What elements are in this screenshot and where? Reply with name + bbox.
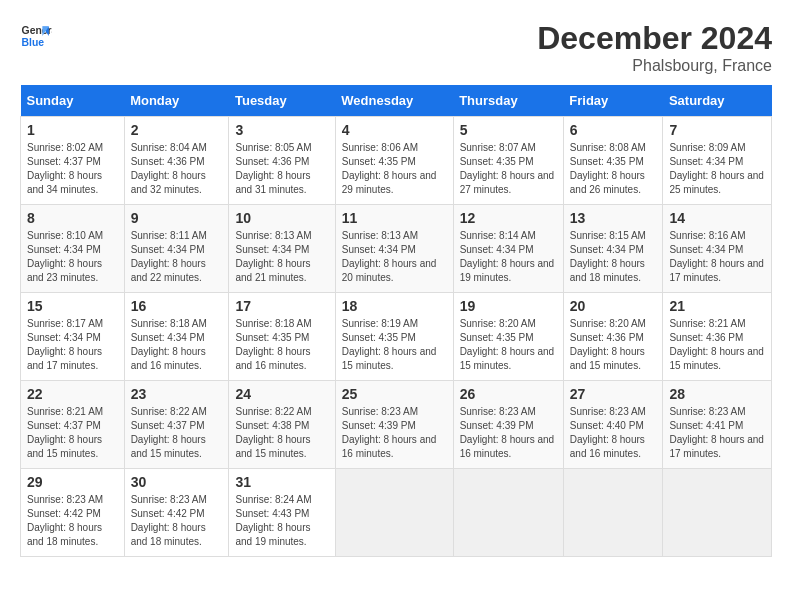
day-info: Sunrise: 8:22 AMSunset: 4:37 PMDaylight:…: [131, 405, 223, 461]
day-number: 27: [570, 386, 657, 402]
day-number: 10: [235, 210, 328, 226]
day-number: 1: [27, 122, 118, 138]
calendar-cell: 27Sunrise: 8:23 AMSunset: 4:40 PMDayligh…: [563, 381, 663, 469]
calendar-cell: 10Sunrise: 8:13 AMSunset: 4:34 PMDayligh…: [229, 205, 335, 293]
day-info: Sunrise: 8:23 AMSunset: 4:40 PMDaylight:…: [570, 405, 657, 461]
weekday-header-sunday: Sunday: [21, 85, 125, 117]
day-number: 12: [460, 210, 557, 226]
day-number: 18: [342, 298, 447, 314]
logo: General Blue: [20, 20, 52, 52]
weekday-header-monday: Monday: [124, 85, 229, 117]
day-number: 14: [669, 210, 765, 226]
day-number: 3: [235, 122, 328, 138]
day-number: 29: [27, 474, 118, 490]
day-info: Sunrise: 8:23 AMSunset: 4:39 PMDaylight:…: [460, 405, 557, 461]
calendar-cell: 31Sunrise: 8:24 AMSunset: 4:43 PMDayligh…: [229, 469, 335, 557]
day-number: 28: [669, 386, 765, 402]
calendar-table: SundayMondayTuesdayWednesdayThursdayFrid…: [20, 85, 772, 557]
weekday-header-row: SundayMondayTuesdayWednesdayThursdayFrid…: [21, 85, 772, 117]
calendar-cell: 7Sunrise: 8:09 AMSunset: 4:34 PMDaylight…: [663, 117, 772, 205]
day-info: Sunrise: 8:23 AMSunset: 4:42 PMDaylight:…: [131, 493, 223, 549]
calendar-cell: 6Sunrise: 8:08 AMSunset: 4:35 PMDaylight…: [563, 117, 663, 205]
calendar-cell: 28Sunrise: 8:23 AMSunset: 4:41 PMDayligh…: [663, 381, 772, 469]
day-info: Sunrise: 8:21 AMSunset: 4:36 PMDaylight:…: [669, 317, 765, 373]
day-info: Sunrise: 8:20 AMSunset: 4:36 PMDaylight:…: [570, 317, 657, 373]
day-info: Sunrise: 8:22 AMSunset: 4:38 PMDaylight:…: [235, 405, 328, 461]
week-row-1: 1Sunrise: 8:02 AMSunset: 4:37 PMDaylight…: [21, 117, 772, 205]
calendar-cell: 9Sunrise: 8:11 AMSunset: 4:34 PMDaylight…: [124, 205, 229, 293]
calendar-cell: 18Sunrise: 8:19 AMSunset: 4:35 PMDayligh…: [335, 293, 453, 381]
day-number: 8: [27, 210, 118, 226]
day-number: 6: [570, 122, 657, 138]
day-number: 25: [342, 386, 447, 402]
day-number: 13: [570, 210, 657, 226]
calendar-cell: 1Sunrise: 8:02 AMSunset: 4:37 PMDaylight…: [21, 117, 125, 205]
day-number: 7: [669, 122, 765, 138]
calendar-cell: 4Sunrise: 8:06 AMSunset: 4:35 PMDaylight…: [335, 117, 453, 205]
calendar-cell: 29Sunrise: 8:23 AMSunset: 4:42 PMDayligh…: [21, 469, 125, 557]
day-number: 4: [342, 122, 447, 138]
calendar-cell: [335, 469, 453, 557]
calendar-cell: 21Sunrise: 8:21 AMSunset: 4:36 PMDayligh…: [663, 293, 772, 381]
day-number: 11: [342, 210, 447, 226]
day-info: Sunrise: 8:18 AMSunset: 4:35 PMDaylight:…: [235, 317, 328, 373]
day-info: Sunrise: 8:07 AMSunset: 4:35 PMDaylight:…: [460, 141, 557, 197]
calendar-cell: 24Sunrise: 8:22 AMSunset: 4:38 PMDayligh…: [229, 381, 335, 469]
day-number: 22: [27, 386, 118, 402]
day-info: Sunrise: 8:06 AMSunset: 4:35 PMDaylight:…: [342, 141, 447, 197]
logo-icon: General Blue: [20, 20, 52, 52]
weekday-header-friday: Friday: [563, 85, 663, 117]
day-info: Sunrise: 8:02 AMSunset: 4:37 PMDaylight:…: [27, 141, 118, 197]
day-number: 5: [460, 122, 557, 138]
page-header: General Blue December 2024 Phalsbourg, F…: [20, 20, 772, 75]
calendar-cell: 26Sunrise: 8:23 AMSunset: 4:39 PMDayligh…: [453, 381, 563, 469]
day-info: Sunrise: 8:24 AMSunset: 4:43 PMDaylight:…: [235, 493, 328, 549]
day-info: Sunrise: 8:18 AMSunset: 4:34 PMDaylight:…: [131, 317, 223, 373]
week-row-5: 29Sunrise: 8:23 AMSunset: 4:42 PMDayligh…: [21, 469, 772, 557]
calendar-cell: 15Sunrise: 8:17 AMSunset: 4:34 PMDayligh…: [21, 293, 125, 381]
calendar-cell: 16Sunrise: 8:18 AMSunset: 4:34 PMDayligh…: [124, 293, 229, 381]
calendar-cell: 20Sunrise: 8:20 AMSunset: 4:36 PMDayligh…: [563, 293, 663, 381]
day-number: 20: [570, 298, 657, 314]
week-row-4: 22Sunrise: 8:21 AMSunset: 4:37 PMDayligh…: [21, 381, 772, 469]
day-info: Sunrise: 8:14 AMSunset: 4:34 PMDaylight:…: [460, 229, 557, 285]
day-info: Sunrise: 8:19 AMSunset: 4:35 PMDaylight:…: [342, 317, 447, 373]
day-info: Sunrise: 8:11 AMSunset: 4:34 PMDaylight:…: [131, 229, 223, 285]
day-number: 15: [27, 298, 118, 314]
day-number: 30: [131, 474, 223, 490]
calendar-cell: 30Sunrise: 8:23 AMSunset: 4:42 PMDayligh…: [124, 469, 229, 557]
day-info: Sunrise: 8:13 AMSunset: 4:34 PMDaylight:…: [235, 229, 328, 285]
day-number: 31: [235, 474, 328, 490]
weekday-header-wednesday: Wednesday: [335, 85, 453, 117]
calendar-cell: 8Sunrise: 8:10 AMSunset: 4:34 PMDaylight…: [21, 205, 125, 293]
title-section: December 2024 Phalsbourg, France: [537, 20, 772, 75]
day-info: Sunrise: 8:23 AMSunset: 4:41 PMDaylight:…: [669, 405, 765, 461]
day-number: 21: [669, 298, 765, 314]
day-number: 23: [131, 386, 223, 402]
calendar-cell: 17Sunrise: 8:18 AMSunset: 4:35 PMDayligh…: [229, 293, 335, 381]
calendar-cell: 5Sunrise: 8:07 AMSunset: 4:35 PMDaylight…: [453, 117, 563, 205]
calendar-cell: 25Sunrise: 8:23 AMSunset: 4:39 PMDayligh…: [335, 381, 453, 469]
day-number: 9: [131, 210, 223, 226]
calendar-cell: 22Sunrise: 8:21 AMSunset: 4:37 PMDayligh…: [21, 381, 125, 469]
calendar-cell: 13Sunrise: 8:15 AMSunset: 4:34 PMDayligh…: [563, 205, 663, 293]
weekday-header-thursday: Thursday: [453, 85, 563, 117]
day-info: Sunrise: 8:23 AMSunset: 4:39 PMDaylight:…: [342, 405, 447, 461]
day-number: 16: [131, 298, 223, 314]
day-info: Sunrise: 8:16 AMSunset: 4:34 PMDaylight:…: [669, 229, 765, 285]
day-number: 17: [235, 298, 328, 314]
calendar-cell: 12Sunrise: 8:14 AMSunset: 4:34 PMDayligh…: [453, 205, 563, 293]
calendar-cell: 23Sunrise: 8:22 AMSunset: 4:37 PMDayligh…: [124, 381, 229, 469]
day-number: 24: [235, 386, 328, 402]
day-number: 2: [131, 122, 223, 138]
month-title: December 2024: [537, 20, 772, 57]
calendar-cell: 19Sunrise: 8:20 AMSunset: 4:35 PMDayligh…: [453, 293, 563, 381]
calendar-cell: [453, 469, 563, 557]
calendar-cell: 3Sunrise: 8:05 AMSunset: 4:36 PMDaylight…: [229, 117, 335, 205]
week-row-2: 8Sunrise: 8:10 AMSunset: 4:34 PMDaylight…: [21, 205, 772, 293]
calendar-cell: 11Sunrise: 8:13 AMSunset: 4:34 PMDayligh…: [335, 205, 453, 293]
day-info: Sunrise: 8:04 AMSunset: 4:36 PMDaylight:…: [131, 141, 223, 197]
calendar-cell: 14Sunrise: 8:16 AMSunset: 4:34 PMDayligh…: [663, 205, 772, 293]
day-info: Sunrise: 8:17 AMSunset: 4:34 PMDaylight:…: [27, 317, 118, 373]
day-info: Sunrise: 8:21 AMSunset: 4:37 PMDaylight:…: [27, 405, 118, 461]
